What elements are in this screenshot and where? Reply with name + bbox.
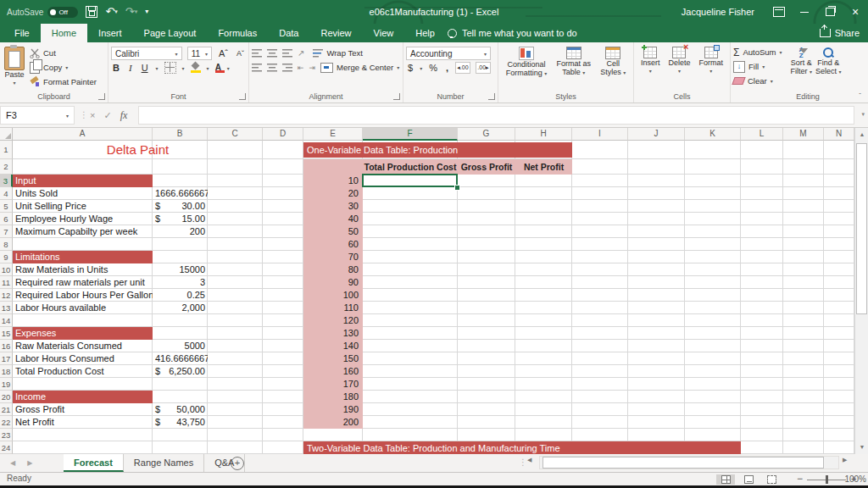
vertical-scroll-thumb[interactable]	[856, 143, 867, 314]
cell-B17[interactable]: 416.6666667	[153, 352, 208, 365]
column-header-J[interactable]: J	[628, 128, 685, 141]
bold-button[interactable]: B	[111, 63, 121, 73]
number-dialog-launcher[interactable]	[488, 93, 495, 100]
fill-color-icon[interactable]	[191, 63, 201, 73]
minimize-button[interactable]	[792, 0, 817, 24]
cell-H2[interactable]: Net Profit	[515, 159, 572, 175]
column-header-C[interactable]: C	[208, 128, 263, 141]
row-header-6[interactable]: 6	[0, 213, 13, 225]
row-header-14[interactable]: 14	[0, 314, 13, 327]
cell-E18[interactable]: 160	[303, 365, 363, 378]
cell-E15[interactable]: 130	[303, 327, 363, 340]
ribbon-tab-help[interactable]: Help	[404, 24, 446, 42]
find-select-button[interactable]: Find & Select ▾	[814, 45, 843, 78]
bottom-align-icon[interactable]	[282, 49, 292, 58]
paste-button[interactable]: Paste▾	[3, 45, 26, 89]
share-button[interactable]: Share	[820, 24, 860, 42]
row-header-13[interactable]: 13	[0, 302, 13, 314]
scroll-up-icon[interactable]: ▲	[855, 128, 868, 141]
fill-button[interactable]: ↓Fill▾	[733, 60, 782, 73]
column-header-I[interactable]: I	[572, 128, 628, 141]
cell-G2[interactable]: Gross Profit	[458, 159, 515, 175]
namebox-splitter[interactable]: ⋮	[80, 110, 88, 119]
cell-E10[interactable]: 80	[303, 263, 363, 276]
cell-A18[interactable]: Total Production Cost	[13, 365, 153, 378]
row-header-1[interactable]: 1	[0, 141, 13, 159]
insert-cells-button[interactable]: Insert▾	[639, 45, 662, 77]
cell-A1-title[interactable]: Delta Paint	[13, 141, 263, 159]
alignment-dialog-launcher[interactable]	[393, 93, 400, 100]
page-layout-view-button[interactable]	[739, 474, 758, 485]
borders-icon[interactable]	[164, 62, 176, 74]
name-box[interactable]: F3 ▾	[0, 106, 75, 125]
cell-F2[interactable]: Total Production Cost	[363, 159, 458, 175]
save-icon[interactable]	[86, 6, 97, 18]
undo-button[interactable]: ↶▾	[105, 0, 117, 24]
cell-B10[interactable]: 15000	[153, 263, 208, 276]
ribbon-tab-formulas[interactable]: Formulas	[207, 24, 268, 42]
cell-B18[interactable]: $6,250.00	[153, 365, 208, 378]
row-header-5[interactable]: 5	[0, 200, 13, 213]
ribbon-tab-data[interactable]: Data	[268, 24, 309, 42]
zoom-out-button[interactable]: −	[797, 473, 803, 485]
cell-A20[interactable]: Income	[13, 391, 153, 403]
top-align-icon[interactable]	[252, 49, 262, 58]
row-header-23[interactable]: 23	[0, 429, 13, 441]
underline-button[interactable]: U	[140, 63, 150, 73]
column-header-G[interactable]: G	[458, 128, 515, 141]
ribbon-tab-insert[interactable]: Insert	[87, 24, 133, 42]
row-header-17[interactable]: 17	[0, 352, 13, 365]
sheet-tab-range-names[interactable]: Range Names	[124, 454, 204, 472]
font-name-combo[interactable]: Calibri▾	[111, 47, 182, 60]
row-header-12[interactable]: 12	[0, 289, 13, 302]
column-header-E[interactable]: E	[303, 128, 363, 141]
increase-decimal-icon[interactable]: ◂.00	[455, 62, 470, 74]
row-header-10[interactable]: 10	[0, 263, 13, 276]
cell-A16[interactable]: Raw Materials Consumed	[13, 340, 153, 352]
cell-E17[interactable]: 150	[303, 352, 363, 365]
two-var-table-title[interactable]: Two-Variable Data Table: Production and …	[303, 441, 741, 454]
row-header-22[interactable]: 22	[0, 416, 13, 429]
row-header-8[interactable]: 8	[0, 238, 13, 251]
column-header-B[interactable]: B	[153, 128, 208, 141]
redo-button[interactable]: ↷▾	[125, 0, 137, 24]
font-size-combo[interactable]: 11▾	[187, 47, 212, 60]
column-header-D[interactable]: D	[263, 128, 303, 141]
font-color-icon[interactable]: A	[215, 64, 221, 73]
row-header-21[interactable]: 21	[0, 403, 13, 416]
row-header-4[interactable]: 4	[0, 187, 13, 200]
row-header-16[interactable]: 16	[0, 340, 13, 352]
decrease-font-icon[interactable]: Aˇ	[235, 49, 246, 58]
align-right-icon[interactable]	[282, 64, 292, 72]
accounting-format-icon[interactable]: $	[406, 63, 415, 73]
increase-indent-icon[interactable]: ⇥	[309, 64, 316, 72]
collapse-ribbon-icon[interactable]: ˇ	[859, 92, 861, 99]
column-header-M[interactable]: M	[783, 128, 824, 141]
increase-font-icon[interactable]: Aˆ	[217, 48, 230, 58]
cancel-formula-icon[interactable]: ×	[90, 110, 95, 120]
hscroll-right-icon[interactable]: ▶	[843, 457, 847, 463]
cell-A7[interactable]: Maximum Capabilty per week	[13, 225, 153, 238]
cell-E5[interactable]: 30	[303, 200, 363, 213]
cell-B13[interactable]: 2,000	[153, 302, 208, 314]
cell-A3[interactable]: Input	[13, 175, 153, 187]
formula-input[interactable]	[138, 106, 854, 125]
cell-B5[interactable]: $30.00	[153, 200, 208, 213]
enter-formula-icon[interactable]: ✓	[103, 110, 111, 121]
ribbon-tab-home[interactable]: Home	[41, 24, 87, 42]
row-header-7[interactable]: 7	[0, 225, 13, 238]
one-var-table-title[interactable]: One-Variable Data Table: Production	[303, 142, 572, 158]
cell-E14[interactable]: 120	[303, 314, 363, 327]
cut-button[interactable]: Cut	[30, 47, 97, 59]
row-header-20[interactable]: 20	[0, 391, 13, 403]
cell-A17[interactable]: Labor Hours Consumed	[13, 352, 153, 365]
sort-filter-button[interactable]: AZ Sort & Filter ▾	[789, 45, 815, 78]
middle-align-icon[interactable]	[267, 49, 277, 58]
cell-E16[interactable]: 140	[303, 340, 363, 352]
autosum-button[interactable]: ΣAutoSum▾	[733, 46, 782, 58]
cell-A11[interactable]: Required raw materials per unit	[13, 276, 153, 289]
select-all-corner[interactable]	[0, 128, 13, 141]
zoom-slider-thumb[interactable]	[826, 475, 828, 484]
new-sheet-button[interactable]: +	[231, 457, 244, 470]
column-header-K[interactable]: K	[685, 128, 741, 141]
